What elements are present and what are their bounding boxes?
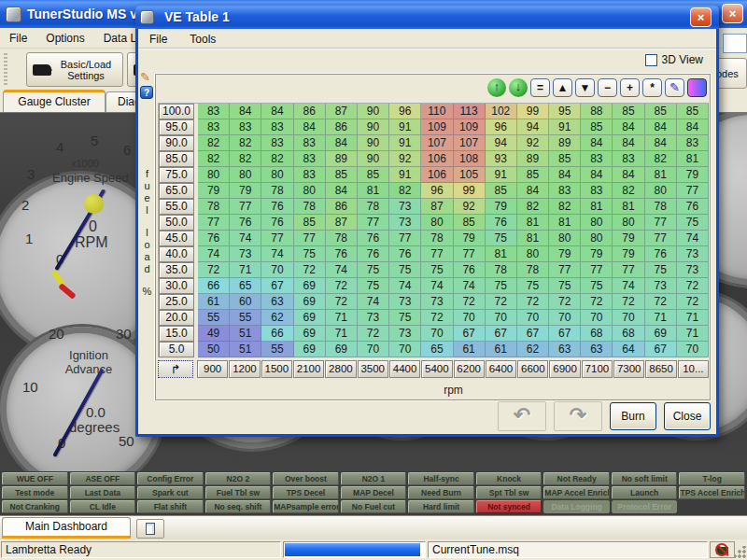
ve-cell[interactable]: 70 [421,326,453,342]
ve-cell[interactable]: 79 [230,183,261,199]
ve-cell[interactable]: 82 [230,135,261,151]
ve-cell[interactable]: 69 [294,342,326,357]
ve-cell[interactable]: 85 [645,104,677,119]
ve-cell[interactable]: 73 [230,246,261,262]
main-close-button[interactable]: × [722,4,743,23]
ve-cell[interactable]: 73 [645,278,677,294]
menu-file[interactable]: File [0,29,36,48]
color-scale-icon[interactable] [687,78,707,97]
ve-cell[interactable]: 92 [454,199,486,215]
ve-cell[interactable]: 77 [613,262,644,278]
ve-cell[interactable]: 99 [454,183,486,199]
ve-cell[interactable]: 109 [421,119,453,135]
ve-cell[interactable]: 80 [613,215,644,231]
ve-cell[interactable]: 80 [421,215,453,231]
ve-cell[interactable]: 72 [421,310,453,326]
scale-up-icon[interactable]: ↑ [487,78,506,97]
ve-cell[interactable]: 74 [677,231,709,246]
ve-cell[interactable]: 91 [549,119,581,135]
ve-cell[interactable]: 77 [389,231,421,246]
ve-cell[interactable]: 51 [230,326,261,342]
ve-cell[interactable]: 86 [326,119,358,135]
dialog-menu-file[interactable]: File [138,29,178,49]
ve-cell[interactable]: 77 [581,262,613,278]
ve-cell[interactable]: 83 [294,167,326,183]
ve-cell[interactable]: 65 [230,278,261,294]
ve-cell[interactable]: 51 [230,342,261,357]
ve-cell[interactable]: 76 [389,246,421,262]
ve-cell[interactable]: 73 [389,215,421,231]
ve-cell[interactable]: 113 [454,104,486,119]
ve-cell[interactable]: 62 [261,310,293,326]
ve-cell[interactable]: 84 [613,167,644,183]
ve-cell[interactable]: 66 [261,326,293,342]
ve-cell[interactable]: 84 [581,167,613,183]
ve-cell[interactable]: 72 [294,262,326,278]
column-header-button[interactable]: 6900 [549,360,580,378]
scale-down-icon[interactable]: ↓ [509,78,528,97]
ve-cell[interactable]: 106 [421,151,453,167]
ve-cell[interactable]: 67 [261,278,293,294]
ve-cell[interactable]: 91 [486,167,517,183]
ve-cell[interactable]: 107 [454,135,486,151]
ve-cell[interactable]: 80 [645,183,677,199]
ve-cell[interactable]: 74 [358,294,389,310]
ve-cell[interactable]: 85 [358,167,389,183]
ve-cell[interactable]: 85 [581,119,613,135]
ve-cell[interactable]: 61 [454,342,486,357]
ve-cell[interactable]: 68 [613,326,644,342]
increase-step-icon[interactable]: ▲ [553,78,572,97]
ve-cell[interactable]: 75 [517,278,549,294]
ve-cell[interactable]: 80 [581,231,613,246]
column-header-button[interactable]: 3500 [358,360,388,378]
ve-cell[interactable]: 49 [198,326,230,342]
ve-cell[interactable]: 84 [549,167,581,183]
ve-cell[interactable]: 65 [421,342,453,357]
ve-cell[interactable]: 72 [198,262,230,278]
ve-cell[interactable]: 67 [454,326,486,342]
ve-cell[interactable]: 81 [358,183,389,199]
close-button[interactable]: Close [664,402,711,430]
ve-cell[interactable]: 69 [294,326,326,342]
ve-cell[interactable]: 79 [549,246,581,262]
ve-cell[interactable]: 62 [517,342,549,357]
column-header-button[interactable]: 2100 [293,360,324,378]
row-header-button[interactable]: 95.0 [159,119,194,135]
ve-cell[interactable]: 70 [613,310,644,326]
new-dashboard-button[interactable] [136,519,164,539]
ve-cell[interactable]: 80 [549,231,581,246]
ve-cell[interactable]: 70 [549,310,581,326]
ve-cell[interactable]: 81 [677,151,709,167]
ve-cell[interactable]: 82 [198,151,230,167]
ve-cell[interactable]: 71 [645,310,677,326]
ve-cell[interactable]: 87 [326,215,358,231]
ve-cell[interactable]: 91 [389,135,421,151]
ve-cell[interactable]: 78 [517,262,549,278]
ve-cell[interactable]: 85 [613,104,644,119]
basic-load-settings-button[interactable]: Basic/Load Settings [26,52,123,87]
ve-cell[interactable]: 88 [581,104,613,119]
ve-cell[interactable]: 76 [326,246,358,262]
ve-cell[interactable]: 79 [581,246,613,262]
ve-cell[interactable]: 69 [294,310,326,326]
column-header-button[interactable]: 8650 [645,360,676,378]
ve-cell[interactable]: 69 [294,294,326,310]
ve-cell[interactable]: 75 [486,278,517,294]
ve-cell[interactable]: 75 [358,262,389,278]
ve-cell[interactable]: 55 [230,310,261,326]
ve-cell[interactable]: 79 [677,167,709,183]
ve-cell[interactable]: 84 [613,119,644,135]
ve-cell[interactable]: 67 [645,342,677,357]
ve-cell[interactable]: 50 [198,342,230,357]
burn-button[interactable]: Burn [610,402,656,430]
ve-cell[interactable]: 75 [645,262,677,278]
ve-cell[interactable]: 78 [326,231,358,246]
ve-cell[interactable]: 77 [230,199,261,215]
ve-cell[interactable]: 84 [645,119,677,135]
ve-cell[interactable]: 87 [326,104,358,119]
ve-cell[interactable]: 84 [645,135,677,151]
ve-cell[interactable]: 84 [294,119,326,135]
ve-cell[interactable]: 72 [326,294,358,310]
ve-cell[interactable]: 91 [389,167,421,183]
ve-cell[interactable]: 84 [326,135,358,151]
